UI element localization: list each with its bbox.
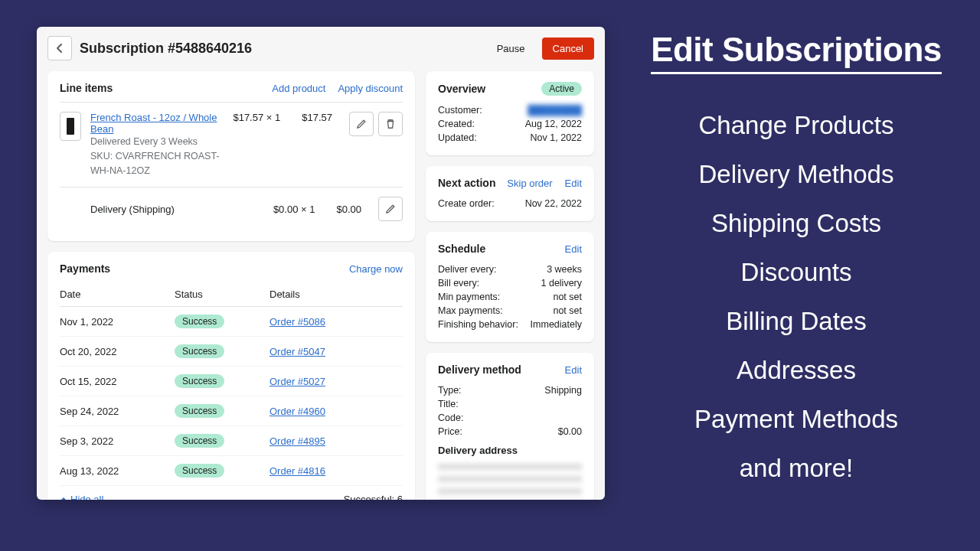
edit-delivery-button[interactable]: [378, 197, 403, 221]
col-header-date: Date: [60, 289, 175, 300]
delivery-method-row: Type:Shipping: [438, 383, 582, 397]
product-thumbnail: [60, 112, 81, 141]
delivery-unit-price: $0.00 × 1: [273, 204, 315, 215]
payment-order-link[interactable]: Order #4816: [270, 465, 325, 477]
payment-status: Success: [175, 344, 270, 358]
col-header-details: Details: [270, 289, 403, 300]
delivery-actions: [378, 197, 403, 221]
schedule-rows: Deliver every:3 weeksBill every:1 delive…: [438, 262, 582, 331]
line-items-header: Line items Add product Apply discount: [60, 82, 403, 94]
product-link[interactable]: French Roast - 12oz / Whole Bean: [90, 112, 224, 135]
payment-status: Success: [175, 464, 270, 478]
promo-item: Shipping Costs: [628, 209, 965, 238]
payment-row: Sep 24, 2022 Success Order #4960: [60, 396, 403, 426]
payment-date: Aug 13, 2022: [60, 465, 175, 477]
delivery-method-card: Delivery method Edit Type:ShippingTitle:…: [426, 353, 594, 500]
delivery-method-rows: Type:ShippingTitle:Code:Price:$0.00: [438, 383, 582, 439]
payments-header: Payments Charge now: [60, 262, 403, 275]
overview-title: Overview: [438, 83, 485, 95]
schedule-edit-link[interactable]: Edit: [565, 243, 582, 255]
pause-button[interactable]: Pause: [488, 38, 534, 59]
line-items-card: Line items Add product Apply discount Fr…: [47, 71, 415, 241]
line-items-actions: Add product Apply discount: [272, 83, 403, 94]
payment-order-link[interactable]: Order #5047: [270, 346, 325, 357]
payments-title: Payments: [60, 262, 110, 275]
next-action-create-order: Create order: Nov 22, 2022: [438, 197, 582, 210]
payment-status: Success: [175, 434, 270, 448]
product-sku: SKU: CVARFRENCH ROAST-WH-NA-12OZ: [90, 149, 224, 178]
page-title: Subscription #5488640216: [80, 41, 480, 57]
next-action-card: Next action Skip order Edit Create order…: [426, 166, 594, 221]
promo-title: Edit Subscriptions: [651, 31, 942, 74]
payment-row: Sep 3, 2022 Success Order #4895: [60, 426, 403, 456]
delivery-row: Delivery (Shipping) $0.00 × 1 $0.00: [60, 187, 403, 230]
payment-status: Success: [175, 374, 270, 388]
left-column: Line items Add product Apply discount Fr…: [47, 71, 415, 489]
delivery-label: Delivery (Shipping): [90, 202, 264, 217]
next-action-header: Next action Skip order Edit: [438, 177, 582, 189]
delivery-address-title: Delivery address: [438, 445, 582, 456]
line-items-title: Line items: [60, 82, 113, 94]
schedule-row: Deliver every:3 weeks: [438, 262, 582, 276]
line-item-row: French Roast - 12oz / Whole Bean Deliver…: [60, 102, 403, 187]
payment-order-link[interactable]: Order #4960: [270, 406, 325, 417]
pencil-icon: [385, 204, 396, 214]
payment-status: Success: [175, 404, 270, 418]
payments-rows: Nov 1, 2022 Success Order #5086 Oct 20, …: [60, 307, 403, 486]
edit-line-item-button[interactable]: [349, 112, 374, 136]
delivery-method-row: Title:: [438, 397, 582, 411]
schedule-row: Finishing behavior:Immediately: [438, 318, 582, 331]
delivery-total: $0.00: [336, 204, 361, 215]
delivery-method-edit-link[interactable]: Edit: [565, 364, 582, 376]
app-header: Subscription #5488640216 Pause Cancel: [37, 27, 605, 64]
payments-footer: Hide all Successful: 6: [60, 486, 403, 500]
product-delivery-freq: Delivered Every 3 Weeks: [90, 135, 224, 149]
apply-discount-link[interactable]: Apply discount: [338, 83, 403, 94]
delete-line-item-button[interactable]: [378, 112, 403, 136]
trash-icon: [385, 119, 396, 129]
payments-table-header: Date Status Details: [60, 282, 403, 307]
schedule-title: Schedule: [438, 243, 485, 255]
payment-row: Nov 1, 2022 Success Order #5086: [60, 307, 403, 337]
caret-up-icon: [60, 496, 67, 500]
schedule-header: Schedule Edit: [438, 243, 582, 255]
delivery-method-row: Code:: [438, 411, 582, 425]
promo-panel: Edit Subscriptions Change ProductsDelive…: [628, 31, 965, 503]
status-badge: Active: [541, 82, 582, 96]
payment-row: Oct 15, 2022 Success Order #5027: [60, 367, 403, 396]
payment-date: Nov 1, 2022: [60, 316, 175, 328]
line-item-total: $17.57: [302, 112, 332, 123]
payment-row: Oct 20, 2022 Success Order #5047: [60, 337, 403, 367]
payment-status: Success: [175, 315, 270, 328]
payment-order-link[interactable]: Order #5027: [270, 376, 325, 387]
customer-link[interactable]: ████████: [528, 105, 582, 116]
arrow-left-icon: [54, 42, 66, 54]
pencil-icon: [356, 119, 367, 129]
promo-item: Payment Methods: [628, 405, 965, 434]
payment-row: Aug 13, 2022 Success Order #4816: [60, 456, 403, 486]
payment-date: Oct 15, 2022: [60, 376, 175, 387]
overview-header: Overview Active: [438, 82, 582, 96]
promo-item: Discounts: [628, 258, 965, 287]
delivery-method-header: Delivery method Edit: [438, 364, 582, 376]
delivery-address-blurred: [438, 461, 582, 500]
line-item-actions: [349, 112, 403, 136]
back-button[interactable]: [47, 36, 72, 60]
promo-item: Addresses: [628, 356, 965, 385]
payments-card: Payments Charge now Date Status Details …: [47, 252, 415, 500]
add-product-link[interactable]: Add product: [272, 83, 325, 94]
next-action-edit-link[interactable]: Edit: [565, 178, 582, 189]
schedule-card: Schedule Edit Deliver every:3 weeksBill …: [426, 232, 594, 342]
skip-order-link[interactable]: Skip order: [507, 178, 552, 189]
next-action-links: Skip order Edit: [507, 178, 582, 189]
hide-all-button[interactable]: Hide all: [60, 494, 103, 500]
schedule-row: Bill every:1 delivery: [438, 276, 582, 290]
schedule-row: Min payments:not set: [438, 290, 582, 304]
app-body: Line items Add product Apply discount Fr…: [37, 64, 605, 500]
charge-now-link[interactable]: Charge now: [349, 263, 403, 275]
overview-created: Created: Aug 12, 2022: [438, 117, 582, 131]
cancel-button[interactable]: Cancel: [542, 37, 594, 60]
payment-order-link[interactable]: Order #5086: [270, 316, 325, 328]
payment-order-link[interactable]: Order #4895: [270, 435, 325, 447]
overview-updated: Updated: Nov 1, 2022: [438, 131, 582, 145]
